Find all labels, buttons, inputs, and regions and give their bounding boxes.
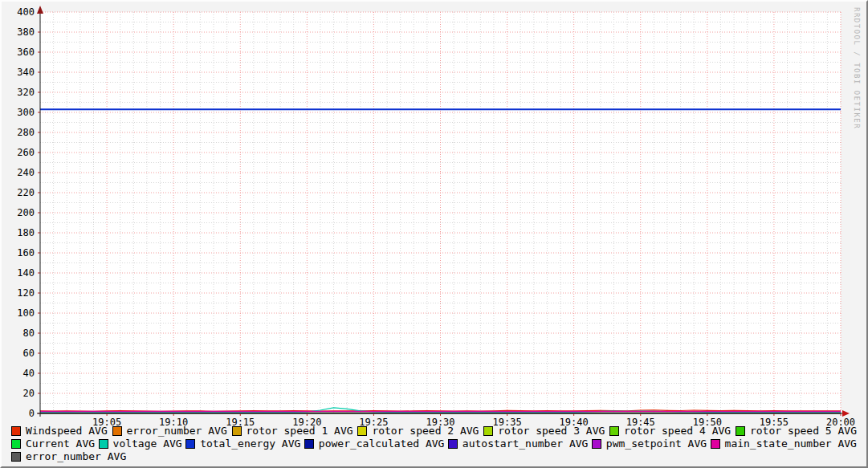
- legend-swatch: [711, 439, 720, 449]
- legend-label: total_energy AVG: [200, 437, 300, 450]
- legend-item: rotor speed 3 AVG: [483, 425, 605, 437]
- legend-item: Current AVG: [11, 437, 95, 450]
- y-tick-label: 120: [17, 287, 35, 299]
- y-tick-label: 200: [17, 207, 35, 218]
- y-tick-label: 400: [17, 6, 35, 18]
- y-tick-label: 80: [23, 328, 35, 339]
- legend-item: error_number AVG: [112, 425, 227, 437]
- y-tick-label: 140: [17, 267, 35, 279]
- legend-item: main_state_number AVG: [711, 437, 857, 450]
- y-tick-label: 40: [23, 368, 35, 379]
- legend-swatch: [11, 439, 21, 449]
- legend-swatch: [11, 426, 21, 436]
- legend-swatch: [609, 426, 619, 436]
- legend-swatch: [99, 439, 108, 449]
- y-tick-label: 260: [17, 147, 35, 158]
- legend-label: autostart_number AVG: [463, 437, 589, 450]
- legend-label: Current AVG: [26, 437, 95, 450]
- rrdtool-graph-frame: 19:0519:1019:1519:2019:2519:3019:3519:40…: [0, 0, 868, 468]
- y-tick-label: 360: [17, 47, 35, 58]
- legend-swatch: [11, 452, 21, 462]
- y-tick-label: 180: [17, 227, 35, 238]
- legend-label: rotor speed 3 AVG: [498, 425, 605, 437]
- legend-item: autostart_number AVG: [448, 437, 589, 450]
- legend-label: rotor speed 2 AVG: [372, 425, 479, 437]
- legend-label: pwm_setpoint AVG: [606, 437, 707, 450]
- legend-row-1: Windspeed AVGerror_number AVGrotor speed…: [2, 425, 866, 437]
- legend-swatch: [483, 426, 493, 436]
- y-tick-label: 240: [17, 167, 35, 178]
- legend-swatch: [448, 439, 458, 449]
- y-axis-arrow-icon: [37, 6, 43, 14]
- y-tick-label: 220: [17, 187, 35, 198]
- legend-label: power_calculated AVG: [319, 437, 445, 450]
- y-tick-label: 320: [17, 87, 35, 98]
- legend-item: total_energy AVG: [185, 437, 300, 450]
- legend-item: power_calculated AVG: [304, 437, 445, 450]
- legend-label: Windspeed AVG: [26, 425, 108, 437]
- legend-swatch: [232, 426, 242, 436]
- legend-swatch: [357, 426, 367, 436]
- legend-item: pwm_setpoint AVG: [592, 437, 707, 450]
- rrdtool-watermark: RRDTOOL / TOBI OETIKER: [853, 7, 861, 129]
- legend-label: error_number AVG: [26, 450, 126, 462]
- y-tick-label: 280: [17, 127, 35, 138]
- y-tick-label: 100: [17, 307, 35, 319]
- y-tick-label: 0: [29, 408, 35, 419]
- legend-label: voltage AVG: [113, 437, 182, 450]
- y-tick-label: 340: [17, 67, 35, 78]
- legend-item: Windspeed AVG: [11, 425, 108, 437]
- legend-swatch: [736, 426, 745, 436]
- y-tick-label: 300: [17, 107, 35, 118]
- legend-item: rotor speed 5 AVG: [736, 425, 857, 437]
- y-tick-label: 380: [17, 26, 35, 38]
- legend-item: rotor speed 4 AVG: [609, 425, 731, 437]
- legend-swatch: [112, 426, 122, 436]
- legend-item: error_number AVG: [11, 450, 126, 462]
- legend-swatch: [304, 439, 314, 449]
- legend-label: main_state_number AVG: [725, 437, 857, 450]
- legend-swatch: [185, 439, 195, 449]
- legend-item: rotor speed 2 AVG: [357, 425, 479, 437]
- y-tick-label: 60: [23, 348, 35, 359]
- legend-item: rotor speed 1 AVG: [232, 425, 353, 437]
- x-axis-arrow-icon: [842, 410, 850, 417]
- legend-label: rotor speed 5 AVG: [750, 425, 857, 437]
- y-tick-label: 20: [23, 388, 35, 399]
- legend-label: rotor speed 4 AVG: [624, 425, 731, 437]
- legend-label: rotor speed 1 AVG: [247, 425, 353, 437]
- legend-label: error_number AVG: [127, 425, 227, 437]
- legend-swatch: [592, 439, 601, 449]
- legend-row-2: Current AVGvoltage AVGtotal_energy AVGpo…: [2, 437, 866, 450]
- legend-item: voltage AVG: [99, 437, 182, 450]
- y-tick-label: 160: [17, 247, 35, 258]
- graph-canvas: 19:0519:1019:1519:2019:2519:3019:3519:40…: [2, 2, 866, 466]
- legend-row-3: error_number AVG: [2, 450, 866, 462]
